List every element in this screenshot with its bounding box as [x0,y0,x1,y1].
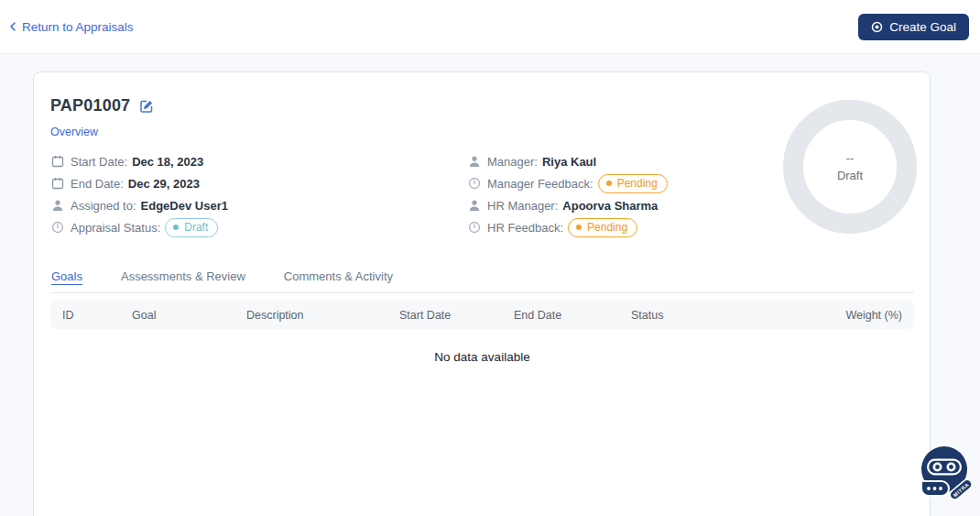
badge-label: Draft [184,221,208,235]
info-icon [467,177,481,190]
info-label: Manager Feedback: [487,177,593,191]
badge-label: Pending [617,177,658,191]
person-icon [467,199,481,212]
manager-feedback-row: Manager Feedback: Pending [467,172,815,194]
info-icon [467,221,481,234]
dot-icon [606,181,612,186]
column-header-id: ID [50,309,132,322]
back-link-label: Return to Appraisals [22,20,134,34]
target-icon [871,21,883,33]
status-badge-pending: Pending [568,218,637,237]
donut-value: -- [846,151,855,165]
appraisal-status-row: Appraisal Status: Draft [50,216,467,238]
info-label: Start Date: [71,155,127,169]
info-label: Appraisal Status: [71,221,160,235]
info-value: Dec 18, 2023 [132,155,203,169]
calendar-icon [50,177,64,190]
overview-link[interactable]: Overview [50,126,98,138]
info-label: Assigned to: [71,199,136,213]
info-label: HR Feedback: [487,221,563,235]
hr-feedback-row: HR Feedback: Pending [467,216,815,238]
donut-status-label: Draft [837,169,863,182]
person-icon [50,199,64,212]
info-icon [50,221,64,234]
badge-label: Pending [587,221,627,235]
create-goal-button[interactable]: Create Goal [858,14,969,40]
column-header-weight: Weight (%) [795,309,914,322]
info-value: EdgeDev User1 [141,199,228,213]
chatbot-launcher[interactable]: MITRA [917,445,974,503]
progress-donut: -- Draft [783,100,917,234]
edit-icon[interactable] [139,99,154,114]
dot-icon [576,225,582,230]
goals-table-header: ID Goal Description Start Date End Date … [50,301,914,329]
tab-bar: Goals Assessments & Review Comments & Ac… [50,269,914,292]
info-value: Dec 29, 2023 [128,177,200,191]
info-value: Apoorva Sharma [562,199,658,213]
status-badge-pending: Pending [598,174,668,193]
tab-goals[interactable]: Goals [51,269,82,292]
info-label: HR Manager: [487,199,558,213]
manager-row: Manager: Riya Kaul [467,150,815,172]
hr-manager-row: HR Manager: Apoorva Sharma [467,194,815,216]
chat-dots-icon [921,481,949,496]
column-header-end-date: End Date [514,309,631,322]
person-icon [467,155,481,168]
dot-icon [173,225,179,230]
tab-comments-activity[interactable]: Comments & Activity [284,269,393,292]
column-header-goal: Goal [132,309,246,322]
empty-state-text: No data available [50,350,914,364]
status-badge-draft: Draft [165,218,218,237]
top-bar: Return to Appraisals Create Goal [0,0,980,54]
column-header-description: Description [246,309,399,322]
return-to-appraisals-link[interactable]: Return to Appraisals [7,20,134,34]
start-date-row: Start Date: Dec 18, 2023 [50,150,467,172]
column-header-start-date: Start Date [399,309,514,322]
info-label: End Date: [71,177,124,191]
calendar-icon [50,155,64,168]
divider [50,292,914,293]
end-date-row: End Date: Dec 29, 2023 [50,172,467,194]
column-header-status: Status [631,309,795,322]
page-title: PAP01007 [50,96,130,115]
tab-assessments-review[interactable]: Assessments & Review [121,269,245,292]
info-value: Riya Kaul [542,155,596,169]
info-label: Manager: [487,155,538,169]
chevron-left-icon [7,21,18,32]
assigned-to-row: Assigned to: EdgeDev User1 [50,194,467,216]
appraisal-card: PAP01007 Overview Start Date: Dec 18, 20… [33,71,931,516]
create-goal-label: Create Goal [889,20,956,34]
